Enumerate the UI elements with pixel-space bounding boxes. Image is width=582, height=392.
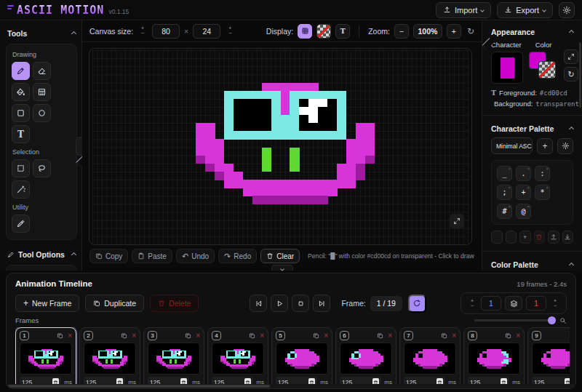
ellipse-tool-button[interactable] — [33, 104, 51, 122]
canvas-height-stepper[interactable]: +− — [226, 26, 234, 36]
right-panel-scrollbar[interactable] — [579, 42, 581, 108]
pencil-tool-button[interactable] — [12, 62, 30, 80]
onion-next-frames-input[interactable]: 1 — [526, 296, 546, 311]
paste-button[interactable]: Paste — [132, 249, 172, 263]
character-chip[interactable]: .× — [516, 166, 531, 181]
export-characters-button[interactable] — [548, 231, 559, 244]
delete-character-button[interactable] — [534, 231, 546, 244]
frame-card[interactable]: 2×125ms — [79, 327, 140, 389]
color-palette-section-header[interactable]: Color Palette — [491, 259, 573, 271]
appearance-section-header[interactable]: Appearance — [491, 26, 573, 41]
remove-character-icon[interactable]: × — [546, 185, 549, 190]
remove-character-icon[interactable]: × — [546, 166, 549, 171]
character-chip[interactable]: +× — [516, 185, 531, 200]
frames-horizontal-scrollbar[interactable] — [7, 384, 575, 388]
move-character-right-button[interactable] — [506, 231, 517, 244]
timeline-zoom-slider[interactable] — [474, 319, 554, 321]
add-character-palette-button[interactable]: + — [537, 138, 553, 154]
ascii-canvas[interactable] — [92, 50, 469, 244]
remove-character-icon[interactable]: × — [527, 204, 530, 209]
remove-character-icon[interactable]: × — [508, 204, 511, 209]
eraser-tool-button[interactable] — [33, 62, 51, 80]
delete-frame-icon[interactable]: × — [68, 332, 72, 340]
duplicate-frame-icon[interactable] — [57, 332, 63, 339]
copy-button[interactable]: Copy — [89, 249, 128, 263]
grid-display-toggle[interactable] — [298, 24, 312, 39]
canvas-width-stepper[interactable]: +− — [139, 26, 146, 36]
add-character-button[interactable]: + — [519, 231, 531, 244]
swap-colors-button[interactable] — [564, 49, 578, 64]
frame-thumbnail[interactable] — [468, 343, 520, 375]
stop-button[interactable] — [292, 295, 309, 312]
import-characters-button[interactable] — [562, 231, 574, 244]
duplicate-frame-icon[interactable] — [505, 332, 511, 339]
delete-frame-icon[interactable]: × — [196, 332, 200, 340]
frame-card[interactable]: 4×125ms — [207, 327, 268, 389]
duplicate-frame-icon[interactable] — [121, 332, 127, 339]
move-character-left-button[interactable] — [491, 231, 503, 244]
delete-frame-button[interactable]: Delete — [150, 295, 199, 312]
character-palette-section-header[interactable]: Character Palette — [491, 123, 573, 137]
remove-character-icon[interactable]: × — [527, 166, 530, 171]
frame-thumbnail[interactable] — [404, 343, 456, 375]
frame-thumbnail[interactable] — [20, 343, 72, 375]
duplicate-frame-icon[interactable] — [313, 332, 319, 339]
frame-thumbnail[interactable] — [212, 343, 264, 375]
onion-next-stepper[interactable]: +− — [551, 299, 559, 308]
first-frame-button[interactable] — [250, 295, 267, 312]
grid-tool-button[interactable] — [33, 83, 51, 101]
frame-card[interactable]: 1×125ms — [15, 327, 76, 389]
fill-tool-button[interactable] — [12, 83, 30, 101]
character-chip[interactable]: *× — [535, 185, 550, 200]
onion-prev-stepper[interactable]: +− — [469, 299, 476, 308]
zoom-out-button[interactable]: − — [394, 24, 409, 39]
duplicate-frame-icon[interactable] — [377, 332, 383, 339]
undo-button[interactable]: ↶ Undo — [176, 249, 215, 263]
background-color-swatch[interactable] — [538, 61, 556, 79]
frame-thumbnail[interactable] — [532, 343, 570, 375]
canvas-width-input[interactable]: 80 — [152, 24, 180, 39]
character-chip[interactable]: @× — [516, 204, 531, 219]
remove-character-icon[interactable]: × — [527, 185, 530, 190]
timeline-zoom-slider-thumb[interactable] — [548, 316, 556, 324]
duplicate-frame-button[interactable]: Duplicate — [85, 295, 144, 312]
canvas-resize-handle[interactable] — [450, 214, 464, 228]
rectangle-tool-button[interactable] — [12, 104, 30, 122]
delete-frame-icon[interactable]: × — [452, 332, 456, 340]
zoom-reset-icon[interactable]: ↻ — [467, 26, 474, 36]
duplicate-frame-icon[interactable] — [441, 332, 447, 339]
delete-frame-icon[interactable]: × — [516, 332, 520, 340]
frame-card[interactable]: 8×125ms — [463, 327, 525, 389]
character-chip[interactable]: ;× — [497, 185, 512, 200]
delete-frame-icon[interactable]: × — [324, 332, 328, 340]
character-palette-preset-dropdown[interactable]: Minimal ASC... — [491, 137, 533, 154]
delete-frame-icon[interactable]: × — [388, 332, 392, 340]
onion-skin-toggle-button[interactable] — [505, 296, 522, 311]
tools-section-header[interactable]: Tools — [6, 26, 77, 41]
import-button[interactable]: Import — [436, 2, 491, 18]
lasso-select-tool-button[interactable] — [33, 159, 51, 177]
zoom-in-button[interactable]: + — [447, 24, 461, 39]
marquee-select-tool-button[interactable] — [12, 159, 30, 177]
frame-card[interactable]: 3×125ms — [143, 327, 204, 389]
frame-thumbnail[interactable] — [340, 343, 392, 375]
frame-card[interactable]: 7×125ms — [399, 327, 461, 389]
frame-card[interactable]: 9×125ms — [527, 327, 570, 389]
theme-toggle-button[interactable] — [559, 2, 575, 18]
magic-wand-tool-button[interactable] — [12, 180, 30, 199]
frame-thumbnail[interactable] — [276, 343, 328, 375]
delete-frame-icon[interactable]: × — [260, 332, 264, 340]
redo-button[interactable]: ↷ Redo — [218, 249, 257, 263]
remove-character-icon[interactable]: × — [508, 185, 511, 190]
last-frame-button[interactable] — [313, 295, 330, 312]
character-chip[interactable]: _× — [497, 166, 512, 181]
frame-card[interactable]: 6×125ms — [335, 327, 396, 389]
canvas-height-input[interactable]: 24 — [193, 24, 220, 39]
character-preview[interactable] — [491, 52, 523, 84]
frame-card[interactable]: 5×125ms — [271, 327, 332, 389]
tool-options-header[interactable]: Tool Options — [6, 249, 77, 260]
reset-colors-button[interactable]: ↻ — [564, 67, 578, 81]
loop-toggle-button[interactable] — [408, 295, 426, 313]
clear-button[interactable]: Clear — [260, 249, 300, 263]
export-button[interactable]: Export — [497, 2, 553, 18]
